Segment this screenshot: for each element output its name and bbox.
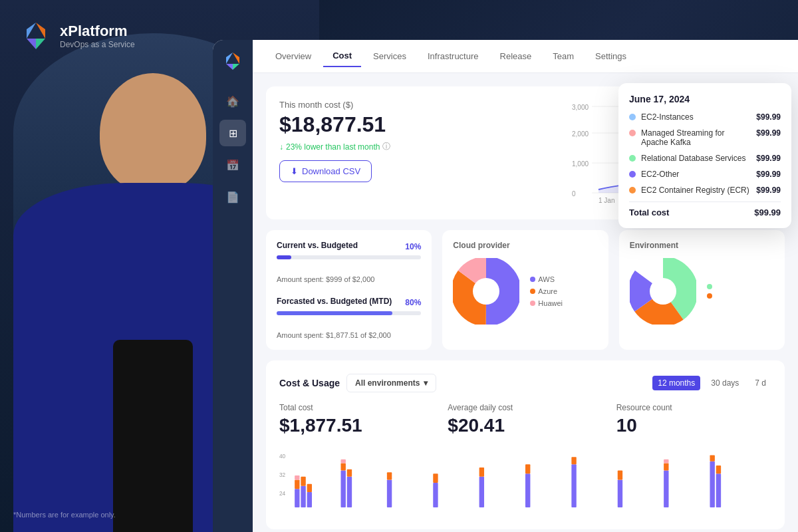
person-head [100,73,206,193]
env-dropdown[interactable]: All environments ▾ [346,374,436,392]
app-name: xPlatform [60,23,135,40]
svg-text:2,000: 2,000 [572,130,589,138]
legend-dot-huawei [530,301,535,306]
tab-settings[interactable]: Settings [586,46,636,66]
download-csv-button[interactable]: ⬇ Download CSV [279,160,372,182]
bar-chart: 40 32 24 [279,450,771,516]
total-cost-value: $1,877.51 [279,415,434,436]
sidebar-item-calendar[interactable]: 📅 [219,152,246,178]
tooltip-row-ec2: EC2-Instances $99.99 [629,112,781,122]
svg-rect-42 [347,477,352,507]
app-subtitle: DevOps as a Service [60,40,135,49]
tooltip-divider [629,201,781,202]
svg-rect-59 [710,462,715,507]
tooltip-service-rds: Relational Database Services [629,154,751,163]
svg-rect-57 [664,463,668,470]
usage-header: Cost & Usage All environments ▾ 12 month… [279,374,771,392]
tab-services[interactable]: Services [364,46,416,66]
svg-rect-58 [664,460,668,464]
tooltip-row-rds: Relational Database Services $99.99 [629,154,781,163]
svg-marker-7 [233,64,239,70]
tab-cost[interactable]: Cost [323,45,361,67]
cloud-legend: AWS Azure Huawei [530,275,563,307]
logo-area: xPlatform DevOps as a Service [20,20,135,52]
current-budget-title: Current vs. Budgeted [277,241,421,250]
svg-rect-48 [479,477,484,507]
tab-overview[interactable]: Overview [266,46,321,66]
tab-infrastructure[interactable]: Infrastructure [418,46,488,66]
sidebar-item-dashboard[interactable]: ⊞ [219,120,246,146]
tooltip-price-ec2: $99.99 [756,112,781,122]
current-budget-fill [277,255,291,259]
svg-marker-5 [226,53,233,64]
svg-rect-56 [664,471,668,508]
legend-dot-env2 [707,293,712,299]
person-shirt [113,340,193,532]
svg-rect-52 [571,464,576,507]
svg-rect-41 [341,460,346,464]
svg-text:24: 24 [279,490,286,497]
sidebar-item-home[interactable]: 🏠 [219,88,246,114]
tooltip-service-ec2: EC2-Instances [629,112,751,122]
legend-env1 [707,284,712,289]
tab-release[interactable]: Release [491,46,541,66]
legend-env2 [707,293,712,299]
svg-rect-43 [347,469,352,477]
svg-rect-45 [387,472,392,479]
svg-marker-0 [36,23,45,39]
forecasted-budget-bar: 80% [277,311,421,315]
logo-text: xPlatform DevOps as a Service [60,23,135,49]
svg-marker-2 [27,39,36,49]
tab-team[interactable]: Team [543,46,583,66]
stat-total-cost: Total cost $1,877.51 [279,403,434,436]
cloud-pie-chart [453,258,519,325]
environment-title: Environment [630,241,774,250]
avg-daily-label: Average daily cost [448,403,602,412]
total-cost-label: Total cost [279,403,434,412]
bar-chart-svg: 40 32 24 [279,450,771,516]
env-pie-chart [630,258,696,325]
svg-text:1,000: 1,000 [572,160,589,168]
env-pie-container [630,258,774,325]
time-filter-7days[interactable]: 7 d [749,376,771,390]
dashboard-sidebar: 🏠 ⊞ 📅 📄 [213,40,253,532]
svg-rect-35 [301,486,305,507]
legend-azure: Azure [530,287,563,295]
top-nav: Overview Cost Services Infrastructure Re… [253,40,798,73]
svg-text:3,000: 3,000 [572,104,589,111]
time-filter-12months[interactable]: 12 months [652,376,700,390]
time-filter-30days[interactable]: 30 days [706,376,744,390]
svg-rect-46 [433,483,438,507]
stat-avg-daily: Average daily cost $20.41 [448,403,602,436]
svg-rect-38 [307,484,312,492]
svg-rect-53 [571,457,576,464]
tooltip-row-ecr: EC2 Container Registry (ECR) $99.99 [629,186,781,195]
tooltip-service-ecr: EC2 Container Registry (ECR) [629,186,751,195]
forecasted-budget-pct: 80% [405,298,421,307]
pie-container: AWS Azure Huawei [453,258,597,325]
tooltip-dot-ec2 [629,114,636,120]
svg-marker-3 [36,39,45,49]
svg-rect-37 [307,492,312,507]
disclaimer-text: *Numbers are for example only. [13,511,116,519]
avg-daily-value: $20.41 [448,415,602,436]
cost-tooltip-popup: June 17, 2024 EC2-Instances $99.99 Manag… [618,83,791,228]
svg-rect-54 [618,479,622,507]
download-icon: ⬇ [291,166,298,176]
sidebar-item-documents[interactable]: 📄 [219,184,246,210]
current-budget-bar: 10% [277,255,421,259]
svg-point-24 [473,278,499,305]
tooltip-dot-ec2other [629,171,636,178]
svg-rect-32 [295,489,299,507]
environment-card: Environment [619,230,785,350]
resource-count-value: 10 [616,415,771,436]
svg-rect-34 [295,475,299,479]
tooltip-price-ec2other: $99.99 [756,170,781,179]
forecasted-budget-fill [277,311,392,315]
usage-title: Cost & Usage All environments ▾ [279,374,436,392]
svg-point-28 [650,278,676,305]
legend-dot-env1 [707,284,712,289]
env-legend [707,284,712,299]
tooltip-row-kafka: Managed Streaming for Apache Kafka $99.9… [629,128,781,147]
tooltip-dot-rds [629,155,636,162]
